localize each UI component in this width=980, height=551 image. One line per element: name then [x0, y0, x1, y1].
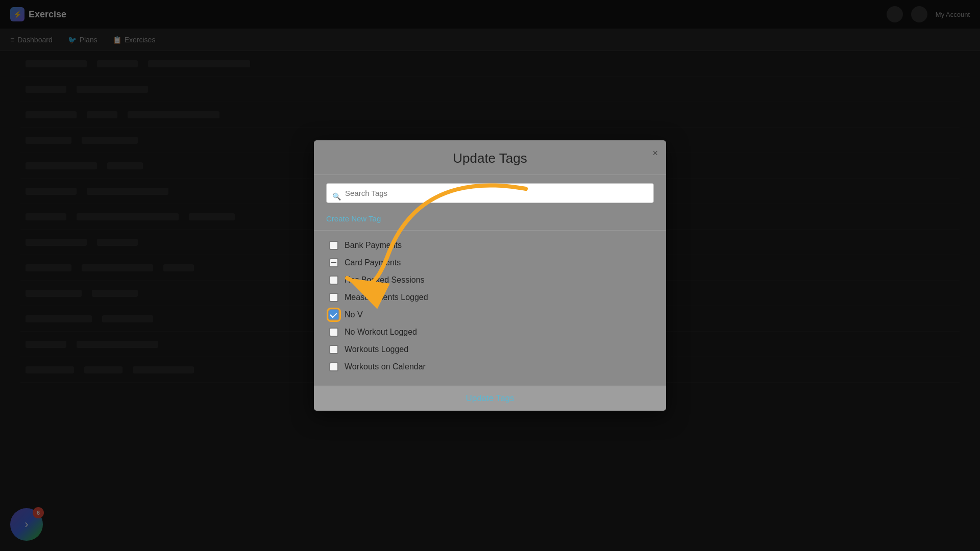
tag-item-measurements-logged: Measurements Logged [326, 289, 654, 306]
tag-item-workouts-logged: Workouts Logged [326, 341, 654, 358]
tag-label-has-booked-sessions: Has Booked Sessions [345, 276, 425, 285]
create-new-tag-link[interactable]: Create New Tag [326, 214, 654, 223]
tag-item-card-payments: Card Payments [326, 254, 654, 271]
tag-item-no-v: No V [326, 306, 654, 323]
tag-item-has-booked-sessions: Has Booked Sessions [326, 271, 654, 289]
modal-close-button[interactable]: × [652, 148, 658, 158]
tag-label-workouts-on-calendar: Workouts on Calendar [345, 362, 426, 371]
tag-list: Bank Payments Card Payments Has Booked S… [326, 235, 654, 378]
tag-checkbox-measurements-logged[interactable] [329, 293, 338, 302]
tag-checkbox-workouts-on-calendar[interactable] [329, 362, 338, 371]
divider [314, 230, 666, 231]
modal-footer: Update Tags [314, 386, 666, 411]
tag-checkbox-bank-payments[interactable] [329, 241, 338, 250]
tag-checkbox-no-v[interactable] [329, 310, 338, 319]
search-icon: 🔍 [332, 192, 341, 201]
tag-checkbox-workouts-logged[interactable] [329, 345, 338, 354]
tag-item-no-workout-logged: No Workout Logged [326, 323, 654, 341]
tag-checkbox-card-payments[interactable] [329, 258, 338, 267]
tag-label-bank-payments: Bank Payments [345, 241, 402, 250]
tag-label-card-payments: Card Payments [345, 258, 401, 267]
modal-title: Update Tags [326, 151, 654, 166]
tag-label-no-v: No V [345, 310, 363, 319]
tag-checkbox-has-booked-sessions[interactable] [329, 276, 338, 285]
tag-checkbox-no-workout-logged[interactable] [329, 328, 338, 337]
search-input[interactable] [326, 183, 654, 203]
tag-item-workouts-on-calendar: Workouts on Calendar [326, 358, 654, 375]
tag-label-workouts-logged: Workouts Logged [345, 345, 408, 354]
modal-body: 🔍 Create New Tag Bank Payments Card Paym… [314, 175, 666, 386]
update-tags-button[interactable]: Update Tags [326, 393, 654, 404]
tag-item-bank-payments: Bank Payments [326, 237, 654, 254]
tag-label-measurements-logged: Measurements Logged [345, 293, 428, 302]
search-wrapper: 🔍 [326, 183, 654, 209]
update-tags-modal: Update Tags × 🔍 Create New Tag Bank Paym… [314, 140, 666, 411]
modal-header: Update Tags × [314, 140, 666, 175]
tag-label-no-workout-logged: No Workout Logged [345, 328, 417, 337]
